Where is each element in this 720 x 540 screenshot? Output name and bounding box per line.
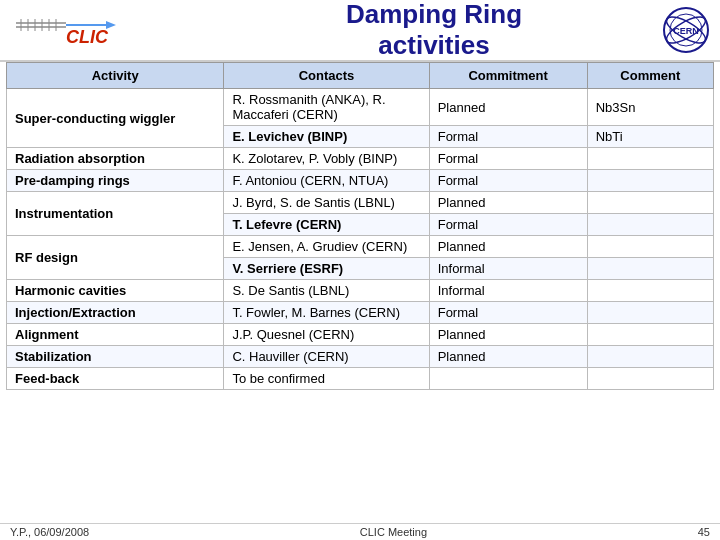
- activity-cell: Radiation absorption: [7, 148, 224, 170]
- footer-date: Y.P., 06/09/2008: [10, 526, 89, 538]
- activity-cell: Injection/Extraction: [7, 302, 224, 324]
- table-row: Feed-back To be confirmed: [7, 368, 714, 390]
- commitment-cell: Informal: [429, 258, 587, 280]
- commitment-cell: Formal: [429, 302, 587, 324]
- table-header-row: Activity Contacts Commitment Comment: [7, 63, 714, 89]
- commitment-cell: Planned: [429, 89, 587, 126]
- comment-cell: [587, 346, 713, 368]
- table-row: Alignment J.P. Quesnel (CERN) Planned: [7, 324, 714, 346]
- table-row: Injection/Extraction T. Fowler, M. Barne…: [7, 302, 714, 324]
- comment-cell: [587, 368, 713, 390]
- table-row: Pre-damping rings F. Antoniou (CERN, NTU…: [7, 170, 714, 192]
- clic-logo-svg: CLIC: [6, 5, 206, 55]
- commitment-cell: Planned: [429, 346, 587, 368]
- cern-logo: CERN: [662, 6, 710, 54]
- contacts-cell: J.P. Quesnel (CERN): [224, 324, 429, 346]
- contacts-cell: R. Rossmanith (ANKA), R. Maccaferi (CERN…: [224, 89, 429, 126]
- activities-table-container: Activity Contacts Commitment Comment Sup…: [0, 62, 720, 390]
- commitment-cell: Planned: [429, 192, 587, 214]
- commitment-cell: Formal: [429, 148, 587, 170]
- table-row: Instrumentation J. Byrd, S. de Santis (L…: [7, 192, 714, 214]
- footer-page-number: 45: [698, 526, 710, 538]
- contacts-cell: J. Byrd, S. de Santis (LBNL): [224, 192, 429, 214]
- commitment-cell: [429, 368, 587, 390]
- page-header: CLIC Damping Ring activities CERN: [0, 0, 720, 62]
- contacts-cell: F. Antoniou (CERN, NTUA): [224, 170, 429, 192]
- page-title: Damping Ring activities: [206, 0, 662, 61]
- commitment-cell: Informal: [429, 280, 587, 302]
- comment-cell: NbTi: [587, 126, 713, 148]
- table-row: RF design E. Jensen, A. Grudiev (CERN) P…: [7, 236, 714, 258]
- comment-cell: [587, 214, 713, 236]
- table-row: Harmonic cavities S. De Santis (LBNL) In…: [7, 280, 714, 302]
- comment-cell: [587, 280, 713, 302]
- contacts-cell: K. Zolotarev, P. Vobly (BINP): [224, 148, 429, 170]
- contacts-cell: E. Levichev (BINP): [224, 126, 429, 148]
- activities-table: Activity Contacts Commitment Comment Sup…: [6, 62, 714, 390]
- comment-cell: [587, 258, 713, 280]
- col-activity: Activity: [7, 63, 224, 89]
- activity-cell: Instrumentation: [7, 192, 224, 236]
- commitment-cell: Formal: [429, 214, 587, 236]
- comment-cell: [587, 192, 713, 214]
- comment-cell: [587, 302, 713, 324]
- activity-cell: Stabilization: [7, 346, 224, 368]
- svg-text:CLIC: CLIC: [66, 27, 109, 47]
- activity-cell: Feed-back: [7, 368, 224, 390]
- comment-cell: [587, 170, 713, 192]
- activity-cell: RF design: [7, 236, 224, 280]
- table-row: Stabilization C. Hauviller (CERN) Planne…: [7, 346, 714, 368]
- comment-cell: [587, 236, 713, 258]
- commitment-cell: Formal: [429, 170, 587, 192]
- contacts-cell: S. De Santis (LBNL): [224, 280, 429, 302]
- clic-logo-area: CLIC: [6, 5, 206, 55]
- contacts-cell: T. Fowler, M. Barnes (CERN): [224, 302, 429, 324]
- contacts-cell: C. Hauviller (CERN): [224, 346, 429, 368]
- svg-text:CERN: CERN: [673, 26, 699, 36]
- comment-cell: [587, 148, 713, 170]
- footer-meeting: CLIC Meeting: [360, 526, 427, 538]
- activity-cell: Harmonic cavities: [7, 280, 224, 302]
- activity-cell: Super-conducting wiggler: [7, 89, 224, 148]
- col-contacts: Contacts: [224, 63, 429, 89]
- commitment-cell: Planned: [429, 324, 587, 346]
- commitment-cell: Planned: [429, 236, 587, 258]
- table-row: Super-conducting wiggler R. Rossmanith (…: [7, 89, 714, 126]
- col-comment: Comment: [587, 63, 713, 89]
- contacts-cell: V. Serriere (ESRF): [224, 258, 429, 280]
- comment-cell: [587, 324, 713, 346]
- contacts-cell: E. Jensen, A. Grudiev (CERN): [224, 236, 429, 258]
- contacts-cell: To be confirmed: [224, 368, 429, 390]
- footer: Y.P., 06/09/2008 CLIC Meeting 45: [0, 523, 720, 540]
- activity-cell: Pre-damping rings: [7, 170, 224, 192]
- contacts-cell: T. Lefevre (CERN): [224, 214, 429, 236]
- col-commitment: Commitment: [429, 63, 587, 89]
- comment-cell: Nb3Sn: [587, 89, 713, 126]
- activity-cell: Alignment: [7, 324, 224, 346]
- table-row: Radiation absorption K. Zolotarev, P. Vo…: [7, 148, 714, 170]
- commitment-cell: Formal: [429, 126, 587, 148]
